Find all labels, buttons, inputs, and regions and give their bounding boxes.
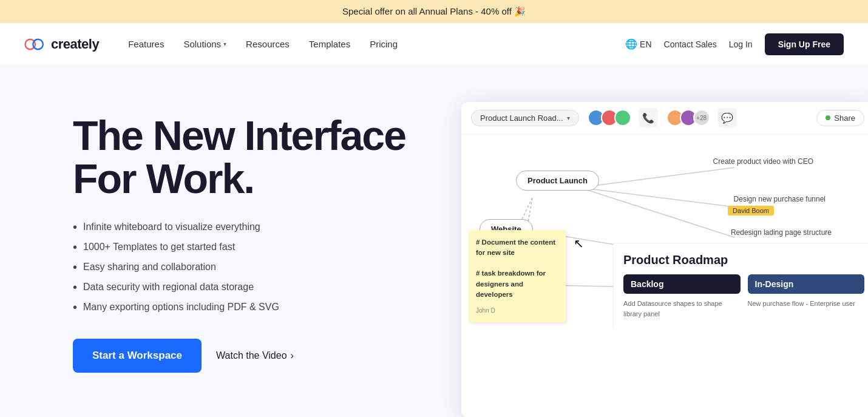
sticky-note: # Document the content for new site # ta… (469, 230, 566, 323)
svg-line-2 (580, 168, 734, 188)
dropdown-chevron-icon: ▾ (567, 115, 570, 121)
contact-sales-link[interactable]: Contact Sales (664, 39, 717, 49)
logo-symbol (24, 38, 46, 51)
nav-features[interactable]: Features (128, 39, 164, 49)
globe-icon: 🌐 (625, 38, 637, 50)
backlog-header: Backlog (623, 274, 741, 294)
roadmap-backlog-column: Backlog Add Datasource shapes to shape l… (623, 274, 741, 319)
chevron-down-icon: ▾ (223, 41, 226, 47)
roadmap-columns: Backlog Add Datasource shapes to shape l… (623, 274, 864, 319)
avatar (614, 109, 631, 126)
hero-right: Product Launch Road... ▾ 📞 +28 💬 (461, 102, 868, 417)
task-label-3: Redesign lading page structure (731, 228, 832, 237)
svg-line-3 (580, 188, 734, 207)
roadmap-indesign-column: In-Design New purchase flow - Enterprise… (748, 274, 865, 319)
nav-solutions[interactable]: Solutions ▾ (183, 39, 226, 49)
extra-avatars: +28 (670, 109, 710, 126)
mockup-container: Product Launch Road... ▾ 📞 +28 💬 (461, 102, 868, 417)
sticky-text-2: # task breakdown for designers and devel… (476, 268, 558, 300)
language-selector[interactable]: 🌐 EN (625, 38, 651, 50)
navbar: creately Features Solutions ▾ Resources … (0, 23, 868, 66)
start-workspace-button[interactable]: Start a Workspace (73, 339, 202, 373)
task-label-2: Design new purchase funnel (734, 195, 826, 203)
backlog-content: Add Datasource shapes to shape library p… (623, 299, 741, 319)
hero-cta: Start a Workspace Watch the Video › (73, 339, 425, 373)
arrow-icon: › (291, 350, 294, 361)
nav-resources[interactable]: Resources (246, 39, 290, 49)
login-button[interactable]: Log In (729, 39, 753, 49)
indesign-header: In-Design (748, 274, 865, 294)
logo[interactable]: creately (24, 36, 99, 52)
hero-left: The New Interface For Work. Infinite whi… (73, 102, 425, 373)
nav-right: 🌐 EN Contact Sales Log In Sign Up Free (625, 33, 844, 55)
logo-text: creately (51, 36, 99, 52)
bullet-2: 1000+ Templates to get started fast (73, 240, 425, 254)
mockup-title[interactable]: Product Launch Road... ▾ (471, 110, 579, 126)
sticky-text-1: # Document the content for new site (476, 237, 558, 259)
task-label-1: Create product video with CEO (713, 157, 813, 166)
nav-templates[interactable]: Templates (309, 39, 350, 49)
hero-bullets: Infinite whiteboard to visualize everyth… (73, 220, 425, 314)
indesign-content: New purchase flow - Enterprise user (748, 299, 865, 309)
hero-section: The New Interface For Work. Infinite whi… (0, 66, 868, 417)
svg-point-1 (33, 39, 43, 49)
svg-line-4 (580, 188, 734, 237)
share-status-dot (826, 115, 830, 120)
share-button[interactable]: Share (816, 110, 864, 126)
sticky-author: John D (476, 306, 558, 315)
node-product-launch: Product Launch (516, 171, 599, 191)
comment-icon[interactable]: 💬 (717, 108, 737, 127)
hero-title: The New Interface For Work. (73, 114, 425, 201)
task-assignee-badge: David Boom (728, 206, 774, 215)
mockup-toolbar: Product Launch Road... ▾ 📞 +28 💬 (461, 102, 868, 134)
roadmap-panel: Product Roadmap Backlog Add Datasource s… (613, 243, 868, 328)
mockup-diagram: Product Launch Website Marketing Create … (461, 134, 868, 328)
phone-icon[interactable]: 📞 (639, 108, 658, 127)
roadmap-title: Product Roadmap (623, 253, 864, 267)
avatar-overflow-count: +28 (693, 109, 710, 126)
bullet-4: Data security with regional data storage (73, 280, 425, 294)
banner-text: Special offer on all Annual Plans - 40% … (342, 6, 526, 16)
top-banner: Special offer on all Annual Plans - 40% … (0, 0, 868, 23)
nav-pricing[interactable]: Pricing (370, 39, 398, 49)
watch-video-link[interactable]: Watch the Video › (216, 350, 294, 361)
signup-button[interactable]: Sign Up Free (765, 33, 844, 55)
bullet-3: Easy sharing and collaboration (73, 260, 425, 274)
bullet-1: Infinite whiteboard to visualize everyth… (73, 220, 425, 234)
collaborator-avatars (591, 109, 631, 126)
bullet-5: Many exporting options including PDF & S… (73, 300, 425, 314)
nav-links: Features Solutions ▾ Resources Templates… (128, 39, 625, 49)
